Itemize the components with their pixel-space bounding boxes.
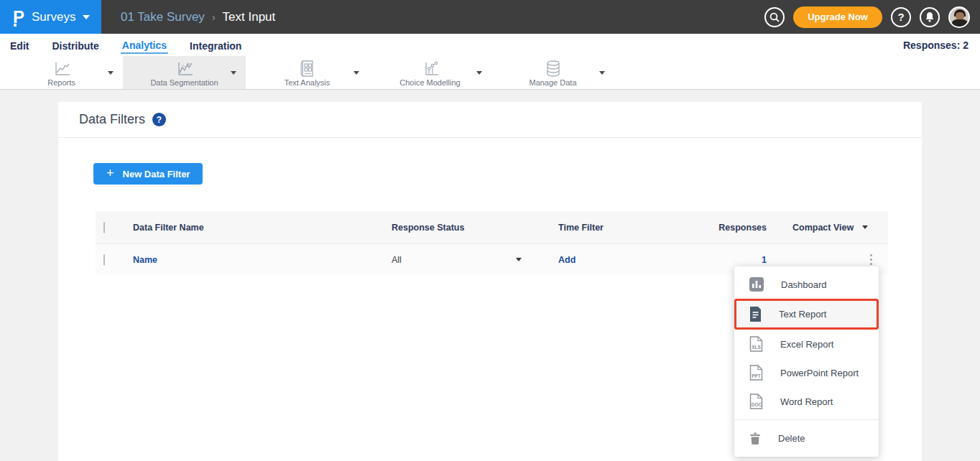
tab-distribute[interactable]: Distribute	[50, 37, 100, 53]
dashboard-icon	[749, 277, 764, 292]
breadcrumb-separator: ›	[212, 11, 216, 23]
toolbar-item-label: Data Segmentation	[150, 78, 218, 87]
brand-logo-icon: P	[13, 9, 24, 26]
toolbar-item-reports[interactable]: Reports	[0, 56, 123, 89]
toolbar-item-data-segmentation[interactable]: Data Segmentation	[123, 56, 246, 89]
text-doc-icon	[299, 60, 316, 77]
tab-integration[interactable]: Integration	[188, 37, 243, 53]
filter-name-link[interactable]: Name	[133, 255, 157, 265]
text-report-icon	[749, 307, 762, 322]
top-bar: P Surveys 01 Take Survey › Text Input Up…	[0, 0, 980, 34]
data-filters-table: Data Filter Name Response Status Time Fi…	[96, 211, 888, 275]
select-all-checkbox[interactable]	[103, 222, 105, 233]
menu-item-dashboard[interactable]: Dashboard	[734, 270, 879, 299]
user-avatar[interactable]	[948, 6, 970, 28]
row-checkbox[interactable]	[103, 254, 105, 266]
plus-icon: +	[106, 167, 114, 180]
menu-item-label: Excel Report	[780, 339, 833, 350]
chevron-down-icon	[516, 258, 522, 261]
table-header-row: Data Filter Name Response Status Time Fi…	[96, 211, 888, 243]
row-actions-menu: Dashboard Text Report XLS Excel Report P…	[734, 266, 879, 457]
menu-divider	[734, 419, 879, 420]
time-filter-add-link[interactable]: Add	[558, 255, 575, 265]
question-mark-icon: ?	[157, 115, 162, 125]
bell-icon	[925, 11, 935, 22]
chevron-down-icon[interactable]	[599, 71, 605, 75]
breadcrumb-survey-link[interactable]: 01 Take Survey	[121, 10, 205, 24]
new-data-filter-button[interactable]: + New Data Filter	[93, 163, 203, 185]
page-title: Data Filters	[79, 112, 145, 127]
question-mark-icon: ?	[897, 11, 904, 23]
menu-item-delete[interactable]: Delete	[734, 424, 879, 452]
ppt-file-icon: PPT	[749, 365, 763, 381]
doc-file-icon: DOC	[749, 394, 763, 409]
row-actions-kebab-icon[interactable]	[866, 251, 877, 268]
search-icon	[769, 12, 780, 22]
toolbar-item-label: Choice Modelling	[399, 78, 460, 87]
menu-item-text-report[interactable]: Text Report	[734, 299, 879, 330]
breadcrumb: 01 Take Survey › Text Input	[121, 10, 275, 24]
chevron-down-icon[interactable]	[108, 71, 114, 75]
menu-item-powerpoint-report[interactable]: PPT PowerPoint Report	[734, 358, 879, 387]
menu-item-excel-report[interactable]: XLS Excel Report	[734, 330, 879, 358]
responses-count[interactable]: Responses: 2	[903, 39, 969, 51]
svg-text:DOC: DOC	[752, 402, 762, 407]
compact-view-label: Compact View	[792, 223, 854, 233]
menu-item-label: Text Report	[779, 309, 826, 320]
menu-item-label: Delete	[778, 433, 805, 444]
chevron-down-icon	[862, 225, 868, 229]
menu-item-word-report[interactable]: DOC Word Report	[734, 387, 879, 416]
chevron-down-icon[interactable]	[231, 71, 236, 75]
analytics-toolbar: Reports Data Segmentation Text Analysis	[0, 56, 980, 90]
panel-header: Data Filters ?	[58, 102, 922, 138]
new-data-filter-label: New Data Filter	[123, 169, 190, 180]
column-header-status: Response Status	[385, 223, 552, 233]
response-status-select[interactable]: All	[385, 255, 552, 265]
breadcrumb-current-page: Text Input	[223, 10, 276, 24]
menu-item-label: Word Report	[780, 396, 833, 407]
toolbar-item-manage-data[interactable]: Manage Data	[491, 56, 614, 89]
help-badge[interactable]: ?	[152, 113, 166, 126]
chevron-down-icon	[83, 15, 90, 19]
help-button[interactable]: ?	[891, 7, 911, 27]
trash-icon	[749, 432, 761, 445]
toolbar-item-label: Text Analysis	[285, 78, 330, 87]
chevron-down-icon[interactable]	[476, 71, 482, 75]
response-status-value: All	[392, 255, 402, 265]
surveys-menu[interactable]: P Surveys	[0, 0, 101, 34]
xls-file-icon: XLS	[749, 336, 763, 352]
topbar-actions: Upgrade Now ?	[764, 0, 970, 34]
chevron-down-icon[interactable]	[353, 71, 359, 75]
product-name: Surveys	[32, 10, 75, 24]
tab-analytics[interactable]: Analytics	[121, 37, 168, 54]
svg-text:PPT: PPT	[752, 373, 761, 378]
tab-edit[interactable]: Edit	[9, 37, 30, 53]
toolbar-item-label: Reports	[47, 78, 75, 87]
menu-item-label: Dashboard	[781, 279, 827, 290]
column-header-name: Data Filter Name	[133, 223, 385, 233]
survey-nav: Edit Distribute Analytics Integration Re…	[0, 34, 980, 56]
toolbar-item-choice-modelling[interactable]: Choice Modelling	[369, 56, 491, 89]
svg-text:XLS: XLS	[752, 345, 761, 350]
compact-view-dropdown[interactable]: Compact View	[780, 223, 888, 233]
toolbar-item-label: Manage Data	[529, 78, 576, 87]
upgrade-now-button[interactable]: Upgrade Now	[793, 6, 882, 28]
notifications-button[interactable]	[920, 7, 940, 27]
search-button[interactable]	[764, 7, 785, 27]
toolbar-item-text-analysis[interactable]: Text Analysis	[246, 56, 369, 89]
line-chart-icon	[52, 61, 71, 77]
column-header-time: Time Filter	[552, 223, 711, 233]
column-header-responses: Responses	[711, 223, 780, 233]
menu-item-label: PowerPoint Report	[780, 368, 859, 378]
database-icon	[545, 60, 562, 77]
responses-value[interactable]: 1	[762, 255, 767, 265]
scatter-chart-icon	[421, 61, 440, 77]
segmentation-chart-icon	[175, 61, 194, 77]
